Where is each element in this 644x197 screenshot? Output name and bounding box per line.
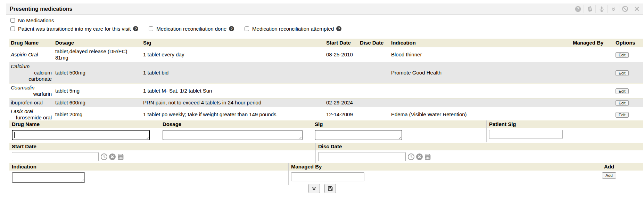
- dosage-form-body: [160, 128, 312, 142]
- managed-by-cell: [571, 83, 614, 98]
- edit-button[interactable]: Edit: [616, 88, 629, 94]
- clear-icon[interactable]: [416, 153, 423, 160]
- clock-icon[interactable]: [407, 153, 415, 160]
- dosage-textarea[interactable]: [163, 130, 303, 140]
- sig-cell: 1 tablet bid: [142, 62, 325, 83]
- start-date-icon-group: [100, 153, 124, 160]
- drug-name-cell: Coumadinwarfarin: [9, 83, 54, 98]
- managed-by-input[interactable]: [291, 172, 364, 181]
- start-date-cell: [325, 62, 358, 83]
- form-footer: [0, 184, 644, 193]
- disc-date-icon-group: [407, 153, 431, 160]
- managed-by-cell: [571, 98, 614, 107]
- transitioned-label: Patient was transitioned into my care fo…: [18, 26, 131, 32]
- dosage-form-label: Dosage: [160, 120, 312, 128]
- form-row-dates: Start Date Disc Date: [9, 143, 643, 163]
- column-header-sig: Sig: [142, 39, 325, 47]
- help-icon[interactable]: ?: [572, 3, 584, 14]
- dosage-cell: tablet 500mg: [54, 62, 142, 83]
- edit-button[interactable]: Edit: [616, 52, 629, 58]
- dosage-cell: tablet,delayed release (DR/EC) 81mg: [54, 47, 142, 62]
- double-chevron-down-icon: [311, 186, 317, 191]
- add-form-cell: Add Add: [575, 163, 643, 185]
- add-form-body: Add: [575, 171, 643, 181]
- help-circle-icon[interactable]: ?: [336, 26, 341, 31]
- dosage-field-wrap: [163, 130, 303, 140]
- clear-icon[interactable]: [109, 153, 116, 160]
- calendar-icon[interactable]: [117, 153, 124, 160]
- column-header-disc-date: Disc Date: [358, 39, 390, 47]
- column-header-dosage: Dosage: [54, 39, 142, 47]
- indication-textarea[interactable]: [12, 172, 85, 183]
- patient-sig-input[interactable]: [489, 130, 563, 139]
- start-date-cell: 08-25-2010: [325, 47, 358, 62]
- sig-form-label: Sig: [312, 120, 486, 128]
- start-date-cell: 02-29-2024: [325, 98, 358, 107]
- edit-button[interactable]: Edit: [616, 70, 629, 76]
- indication-field-wrap: [12, 172, 85, 183]
- column-header-managed-by: Managed By: [571, 39, 614, 47]
- sig-cell: 1 tablet every day: [142, 47, 325, 62]
- drug-name-cell: Aspirin Oral: [9, 47, 54, 62]
- edit-button[interactable]: Edit: [616, 100, 629, 106]
- drug-name-textarea[interactable]: [12, 130, 150, 140]
- help-circle-icon[interactable]: ?: [229, 26, 234, 31]
- microphone-icon[interactable]: [596, 3, 607, 14]
- collapse-icon[interactable]: [608, 3, 619, 14]
- column-header-options: Options: [614, 39, 643, 47]
- transitioned-group: Patient was transitioned into my care fo…: [10, 26, 138, 32]
- start-date-form-body: [9, 150, 315, 163]
- edit-button[interactable]: Edit: [616, 112, 629, 118]
- no-medications-checkbox[interactable]: [10, 18, 15, 23]
- titlebar-icon-group: ?: [572, 3, 643, 14]
- patient-sig-form-body: [487, 128, 643, 141]
- options-cell: Edit: [614, 62, 643, 83]
- form-row-indication: Indication Managed By Add Add: [9, 163, 643, 185]
- sig-form-body: [312, 128, 486, 142]
- recon-done-label: Medication reconciliation done: [156, 26, 226, 32]
- indication-form-label: Indication: [9, 163, 288, 171]
- drug-name-form-label: Drug Name: [9, 120, 160, 128]
- recon-attempted-checkbox[interactable]: [245, 26, 249, 31]
- drug-brand-name: Aspirin Oral: [11, 52, 38, 57]
- dosage-cell: tablet 600mg: [54, 98, 142, 107]
- drug-brand-name: Lasix oral: [11, 108, 33, 114]
- column-header-indication: Indication: [390, 39, 571, 47]
- presenting-medications-panel: Presenting medications ?: [0, 0, 644, 197]
- save-icon: [327, 186, 333, 191]
- panel-titlebar: Presenting medications ?: [6, 3, 643, 15]
- patient-sig-form-label: Patient Sig: [487, 120, 643, 128]
- drug-brand-name: ibuprofen oral: [11, 100, 43, 105]
- drug-name-cell: Calciumcalcium carbonate: [9, 62, 54, 83]
- book-icon[interactable]: [584, 3, 595, 14]
- sig-cell: PRN pain, not to exceed 4 tablets in 24 …: [142, 98, 325, 107]
- column-header-drug-name: Drug Name: [9, 39, 54, 47]
- no-medications-label: No Medications: [18, 17, 54, 23]
- managed-by-form-body: [289, 171, 575, 183]
- disable-icon[interactable]: [619, 3, 631, 14]
- options-cell: Edit: [614, 83, 643, 98]
- calendar-icon[interactable]: [424, 153, 431, 160]
- clock-icon[interactable]: [100, 153, 108, 160]
- help-circle-icon[interactable]: ?: [133, 26, 138, 31]
- expand-collapse-button[interactable]: [308, 184, 320, 193]
- sig-cell: 1 tablet M- Sat, 1/2 tablet Sun: [142, 83, 325, 98]
- sig-textarea[interactable]: [315, 130, 402, 140]
- options-cell: Edit: [614, 98, 643, 107]
- medication-options: No Medications Patient was transitioned …: [10, 17, 352, 34]
- disc-date-input[interactable]: [318, 152, 406, 161]
- start-date-form-cell: Start Date: [9, 143, 315, 163]
- close-icon[interactable]: [631, 3, 643, 14]
- transitioned-checkbox[interactable]: [10, 26, 15, 31]
- disc-date-cell: [358, 47, 390, 62]
- recon-done-checkbox[interactable]: [149, 26, 153, 31]
- column-header-start-date: Start Date: [325, 39, 358, 47]
- indication-form-cell: Indication: [9, 163, 288, 185]
- add-button[interactable]: Add: [602, 172, 616, 179]
- drug-name-form-cell: Drug Name: [9, 120, 160, 142]
- table-row: Calciumcalcium carbonate tablet 500mg 1 …: [9, 62, 643, 83]
- save-button[interactable]: [324, 184, 336, 193]
- start-date-input[interactable]: [12, 152, 99, 161]
- drug-generic-name: furosemide oral: [11, 115, 52, 121]
- medications-table: Drug Name Dosage Sig Start Date Disc Dat…: [9, 39, 643, 131]
